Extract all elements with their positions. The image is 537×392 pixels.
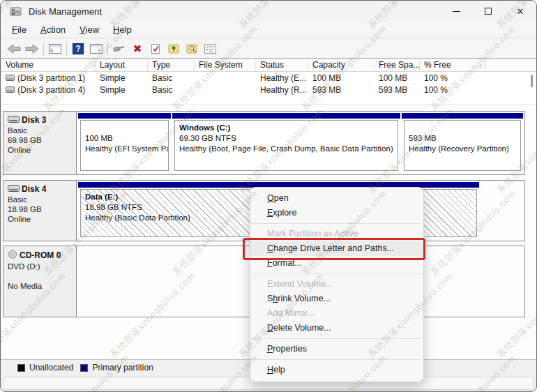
column-header-spacer bbox=[486, 59, 537, 71]
menu-separator bbox=[251, 223, 423, 224]
disk3-type: Basic bbox=[8, 126, 72, 135]
cdrom-info-panel[interactable]: CD-ROM 0 DVD (D:) No Media bbox=[3, 246, 77, 317]
cdrom-media-status: No Media bbox=[8, 282, 72, 290]
console-tree-icon[interactable] bbox=[46, 40, 64, 57]
scrollbar[interactable] bbox=[531, 75, 533, 87]
cell-capacity: 100 MB bbox=[308, 72, 375, 84]
cell-capacity: 593 MB bbox=[308, 84, 375, 96]
volume-icon bbox=[6, 85, 15, 95]
disk4-status: Online bbox=[8, 215, 72, 223]
legend-unallocated: Unallocated bbox=[17, 363, 73, 372]
context-menu: Open Explore Mark Partition as Active Ch… bbox=[250, 187, 424, 382]
column-header-type[interactable]: Type bbox=[148, 59, 195, 71]
open-folder-icon[interactable] bbox=[165, 40, 183, 57]
maximize-icon bbox=[485, 8, 492, 15]
properties-list-icon[interactable] bbox=[201, 40, 219, 57]
help-icon[interactable]: ? bbox=[69, 40, 87, 57]
cell-status: Healthy (R... bbox=[256, 84, 308, 96]
disk4-type: Basic bbox=[8, 195, 72, 204]
menu-item-delete-volume[interactable]: Delete Volume... bbox=[250, 321, 423, 336]
menu-action[interactable]: Action bbox=[33, 22, 73, 37]
disk-icon bbox=[8, 184, 20, 194]
menu-file[interactable]: File bbox=[5, 22, 33, 37]
partition-color-band bbox=[172, 113, 400, 119]
menu-item-format[interactable]: Format... bbox=[250, 256, 423, 271]
volume-row-disk3-partition4[interactable]: (Disk 3 partition 4) Simple Basic Health… bbox=[1, 84, 537, 96]
menu-item-change-drive-letter[interactable]: Change Drive Letter and Paths... bbox=[250, 241, 423, 256]
cell-type: Basic bbox=[148, 72, 195, 84]
minimize-button[interactable] bbox=[440, 1, 472, 22]
menu-item-add-mirror: Add Mirror... bbox=[250, 306, 423, 321]
disk4-name: Disk 4 bbox=[22, 184, 46, 194]
cd-icon bbox=[8, 250, 17, 261]
cell-file-system bbox=[195, 72, 256, 84]
menu-view[interactable]: View bbox=[73, 22, 106, 37]
menu-item-open[interactable]: Open bbox=[250, 191, 423, 206]
cell-free-space: 100 MB bbox=[375, 72, 420, 84]
column-header-pct-free[interactable]: % Free bbox=[420, 59, 486, 71]
legend-primary-partition: Primary partition bbox=[80, 363, 153, 372]
disk3-status: Online bbox=[8, 146, 72, 154]
disk3-partition-efi[interactable]: 100 MB Healthy (EFI System Pa bbox=[78, 113, 171, 173]
column-header-layout[interactable]: Layout bbox=[96, 59, 148, 71]
cell-pct-free: 100 % bbox=[420, 72, 486, 84]
disk3-name: Disk 3 bbox=[22, 115, 46, 125]
explore-folder-icon[interactable] bbox=[183, 40, 201, 57]
primary-partition-swatch bbox=[80, 364, 88, 372]
partition-color-band bbox=[78, 113, 171, 119]
delete-icon[interactable]: ✖ bbox=[128, 40, 146, 57]
column-header-status[interactable]: Status bbox=[256, 59, 308, 71]
cdrom-name: CD-ROM 0 bbox=[20, 250, 61, 260]
maximize-button[interactable] bbox=[472, 1, 504, 22]
menu-separator bbox=[251, 359, 423, 360]
column-header-capacity[interactable]: Capacity bbox=[308, 59, 375, 71]
back-icon[interactable] bbox=[5, 40, 23, 57]
minimize-icon bbox=[453, 11, 460, 12]
disk4-size: 18.98 GB bbox=[8, 205, 72, 213]
disk-management-window: Disk Management ✕ File Action View Help … bbox=[0, 0, 537, 392]
cell-status: Healthy (E... bbox=[256, 72, 308, 84]
menu-item-extend-volume: Extend Volume... bbox=[250, 277, 423, 292]
cell-layout: Simple bbox=[96, 72, 148, 84]
disk3-partition-recovery[interactable]: 593 MB Healthy (Recovery Partition) bbox=[402, 113, 523, 173]
cell-free-space: 593 MB bbox=[375, 84, 420, 96]
disk-icon bbox=[8, 115, 20, 125]
toolbar-separator bbox=[107, 42, 108, 56]
toolbar-separator bbox=[66, 42, 67, 56]
menu-item-explore[interactable]: Explore bbox=[250, 206, 423, 220]
menu-bar: File Action View Help bbox=[1, 22, 536, 38]
disk3-partition-windows-c[interactable]: Windows (C:) 69.30 GB NTFS Healthy (Boot… bbox=[172, 113, 400, 173]
menu-item-mark-partition-active: Mark Partition as Active bbox=[250, 227, 423, 241]
disk-management-app-icon bbox=[10, 6, 22, 17]
menu-help[interactable]: Help bbox=[106, 22, 139, 37]
tool-icon[interactable] bbox=[110, 40, 128, 57]
disk3-info-panel[interactable]: Disk 3 Basic 69.98 GB Online bbox=[3, 112, 77, 174]
cell-layout: Simple bbox=[96, 84, 148, 96]
volume-list-header: Volume Layout Type File System Status Ca… bbox=[1, 59, 537, 72]
title-bar: Disk Management ✕ bbox=[1, 1, 536, 22]
forward-icon[interactable] bbox=[23, 40, 41, 57]
close-button[interactable]: ✕ bbox=[504, 1, 536, 22]
volume-row-disk3-partition1[interactable]: (Disk 3 partition 1) Simple Basic Health… bbox=[1, 72, 537, 84]
toolbar-separator bbox=[43, 42, 44, 56]
window-title: Disk Management bbox=[29, 6, 102, 17]
disk3-row: Disk 3 Basic 69.98 GB Online 100 MB Heal… bbox=[3, 111, 525, 175]
check-document-icon[interactable] bbox=[146, 40, 165, 57]
cell-file-system bbox=[195, 84, 256, 96]
toolbar: ? ✖ bbox=[1, 39, 536, 59]
menu-item-shrink-volume[interactable]: Shrink Volume... bbox=[250, 292, 423, 306]
column-header-free-space[interactable]: Free Spa... bbox=[375, 59, 420, 71]
disk4-info-panel[interactable]: Disk 4 Basic 18.98 GB Online bbox=[3, 181, 77, 241]
menu-item-properties[interactable]: Properties bbox=[250, 342, 423, 356]
unallocated-swatch bbox=[17, 364, 25, 372]
cdrom-drive-letter: DVD (D:) bbox=[8, 262, 72, 271]
menu-separator bbox=[251, 338, 423, 339]
column-header-volume[interactable]: Volume bbox=[1, 59, 96, 71]
cell-volume: (Disk 3 partition 1) bbox=[17, 73, 85, 83]
disk3-size: 69.98 GB bbox=[8, 136, 72, 144]
cell-type: Basic bbox=[148, 84, 195, 96]
column-header-file-system[interactable]: File System bbox=[195, 59, 256, 71]
close-icon: ✕ bbox=[517, 7, 524, 16]
action-pane-icon[interactable] bbox=[87, 40, 105, 57]
menu-item-help[interactable]: Help bbox=[250, 363, 423, 377]
